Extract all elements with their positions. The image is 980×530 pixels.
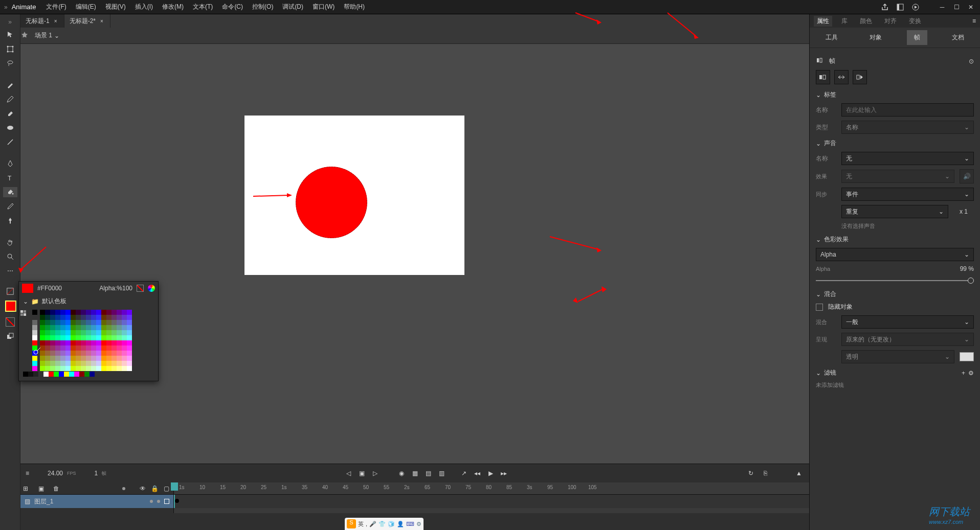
goto-first-icon[interactable]: ◁: [343, 468, 353, 478]
maximize-button[interactable]: ☐: [951, 4, 962, 11]
subtab-frame[interactable]: 帧: [907, 30, 927, 45]
selection-tool[interactable]: [3, 30, 17, 40]
red-circle-shape[interactable]: [296, 167, 367, 238]
no-color[interactable]: [3, 317, 17, 327]
lasso-tool[interactable]: [3, 58, 17, 68]
section-blend[interactable]: ⌄混合: [816, 290, 974, 298]
color-wheel-icon[interactable]: [148, 285, 155, 292]
panel-tab-transform[interactable]: 变换: [906, 16, 924, 27]
label-name-input[interactable]: [841, 103, 974, 117]
pin-tool[interactable]: [3, 216, 17, 226]
close-icon[interactable]: ×: [99, 18, 105, 24]
outline-header-icon[interactable]: ▢: [164, 485, 169, 492]
ime-keyboard-icon[interactable]: ⌨: [406, 521, 414, 527]
collapse-icon[interactable]: »: [8, 18, 12, 26]
edit-multiple-icon[interactable]: ▦: [410, 468, 420, 478]
help-icon[interactable]: ⊙: [969, 58, 974, 65]
section-label[interactable]: ⌄标签: [816, 90, 974, 99]
color-effect-select[interactable]: Alpha⌄: [816, 248, 974, 261]
visibility-header-icon[interactable]: 👁: [140, 485, 146, 492]
free-transform-tool[interactable]: [3, 44, 17, 54]
hex-value[interactable]: #FF0000: [37, 285, 62, 292]
play-button[interactable]: ▶: [485, 468, 496, 478]
render-select[interactable]: 原来的（无更改）⌄: [841, 333, 974, 346]
subtab-tool[interactable]: 工具: [818, 30, 845, 45]
playhead[interactable]: [174, 495, 175, 508]
panel-menu-icon[interactable]: ≡: [972, 17, 976, 25]
swap-colors[interactable]: [3, 331, 17, 341]
ime-mic-icon[interactable]: 🎤: [369, 521, 376, 527]
line-tool[interactable]: [3, 137, 17, 147]
panel-tab-align[interactable]: 对齐: [881, 16, 900, 27]
chevron-down-icon[interactable]: ⌄: [52, 31, 61, 41]
timeline-menu-icon[interactable]: ≡: [26, 470, 29, 477]
transparent-color-swatch[interactable]: [960, 352, 974, 361]
transparent-select[interactable]: 透明⌄: [841, 350, 954, 363]
current-color-swatch[interactable]: [22, 284, 33, 293]
more-tools[interactable]: ⋯: [3, 266, 17, 276]
menu-control[interactable]: 控制(O): [250, 2, 275, 12]
zoom-timeline-icon[interactable]: ▲: [794, 468, 804, 478]
menu-help[interactable]: 帮助(H): [342, 2, 367, 12]
lock-header-icon[interactable]: 🔒: [151, 485, 159, 492]
menu-insert[interactable]: 插入(I): [133, 2, 155, 12]
stroke-color[interactable]: [3, 286, 17, 296]
frame-number[interactable]: 1: [95, 470, 98, 477]
scene-icon[interactable]: [20, 31, 31, 41]
tween-icon2[interactable]: [834, 70, 849, 84]
insert-keyframe-icon[interactable]: ▣: [357, 468, 367, 478]
sound-repeat-select[interactable]: 重复⌄: [841, 205, 948, 218]
ime-toolbar[interactable]: S 英 , 🎤 👕 🧊 👤 ⌨ ⚙: [345, 518, 424, 530]
close-icon[interactable]: ×: [53, 18, 59, 24]
timeline-ruler[interactable]: 1s101520251s35404550552s65707580853s9510…: [174, 482, 809, 513]
no-color-icon[interactable]: [137, 285, 144, 292]
share-icon[interactable]: [881, 3, 889, 11]
add-layer-icon[interactable]: ⊞: [20, 483, 31, 494]
swatch-icon[interactable]: [20, 310, 27, 318]
close-button[interactable]: ✕: [966, 4, 976, 11]
ime-settings-icon[interactable]: ⚙: [416, 521, 421, 527]
marker-icon[interactable]: ▤: [423, 468, 433, 478]
chevron-down-icon[interactable]: ⌄: [23, 298, 28, 305]
filter-options-icon[interactable]: ⚙: [968, 370, 974, 377]
menu-view[interactable]: 视图(V): [103, 2, 128, 12]
keyframe[interactable]: [175, 499, 179, 503]
timeline-options-icon[interactable]: ⎘: [760, 468, 770, 478]
ime-tool-icon[interactable]: 🧊: [388, 521, 395, 527]
label-type-select[interactable]: 名称⌄: [841, 121, 974, 134]
section-color-effect[interactable]: ⌄色彩效果: [816, 235, 974, 244]
alpha-slider[interactable]: [816, 276, 974, 285]
play-icon[interactable]: [911, 3, 920, 11]
fps-value[interactable]: 24.00: [48, 470, 63, 477]
tab-doc2[interactable]: 无标题-2*×: [64, 14, 110, 28]
tween-icon1[interactable]: [816, 70, 830, 84]
menu-file[interactable]: 文件(F): [44, 2, 68, 12]
hide-object-checkbox[interactable]: [816, 304, 823, 311]
export-icon[interactable]: ↗: [459, 468, 469, 478]
menu-commands[interactable]: 命令(C): [220, 2, 245, 12]
outline-toggle[interactable]: [164, 499, 169, 504]
zoom-tool[interactable]: [3, 251, 17, 262]
loop-icon[interactable]: ↻: [746, 468, 756, 478]
delete-layer-icon[interactable]: 🗑: [51, 483, 61, 494]
panel-tab-color[interactable]: 颜色: [857, 16, 875, 27]
highlight-dot[interactable]: [122, 487, 125, 490]
oval-tool[interactable]: [3, 123, 17, 133]
paint-bucket-tool[interactable]: [3, 187, 17, 197]
sound-sync-select[interactable]: 事件⌄: [841, 188, 974, 201]
layer-name[interactable]: 图层_1: [34, 497, 53, 506]
ime-lang[interactable]: 英: [358, 520, 364, 528]
alpha-text[interactable]: Alpha:%100: [99, 285, 132, 292]
lock-dot[interactable]: [157, 500, 160, 503]
menu-debug[interactable]: 调试(D): [280, 2, 305, 12]
section-sound[interactable]: ⌄声音: [816, 139, 974, 148]
menu-window[interactable]: 窗口(W): [310, 2, 337, 12]
scene-label[interactable]: 场景 1: [35, 31, 52, 40]
ime-skin-icon[interactable]: 👕: [378, 521, 386, 527]
swatch-grid[interactable]: [19, 308, 158, 381]
swatch-folder-name[interactable]: 默认色板: [42, 297, 66, 306]
step-forward-icon[interactable]: ▸▸: [499, 468, 509, 478]
sound-name-select[interactable]: 无⌄: [841, 152, 974, 165]
goto-last-icon[interactable]: ▷: [370, 468, 380, 478]
minimize-button[interactable]: ─: [937, 4, 947, 11]
